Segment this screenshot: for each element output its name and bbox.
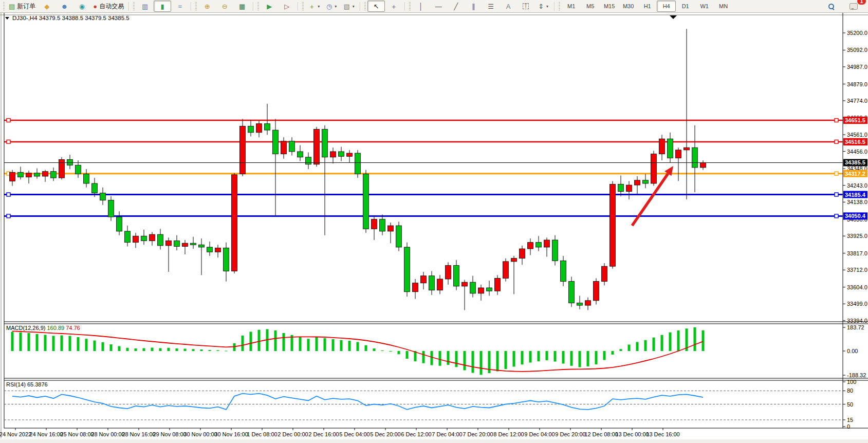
horizontal-line-button[interactable]: — (430, 1, 447, 12)
hline-handle[interactable] (835, 214, 838, 218)
macd-histogram-bar (612, 351, 614, 355)
macd-histogram-bar (357, 342, 359, 352)
profile-button[interactable]: ☻ (56, 1, 73, 12)
zoom-in-button[interactable]: ⊕ (198, 1, 216, 12)
candle-bear (322, 130, 328, 157)
macd-histogram-bar (324, 338, 326, 351)
timeframe-button-m5[interactable]: M5 (581, 1, 600, 12)
candle-bull (676, 150, 681, 158)
macd-histogram-bar (579, 351, 581, 367)
hline-handle[interactable] (7, 214, 10, 218)
time-axis-label: 30 Nov 16:00 (214, 431, 248, 437)
hline-handle[interactable] (835, 119, 838, 122)
vertical-line-button[interactable]: │ (412, 1, 430, 12)
candle-bull (240, 126, 246, 174)
macd-histogram-bar (406, 351, 409, 359)
fibonacci-button[interactable]: ☰ (482, 1, 500, 12)
price-axis-label: 34879.0 (847, 81, 867, 87)
macd-histogram-bar (242, 336, 244, 351)
timeframe-button-mn[interactable]: MN (714, 1, 733, 12)
time-axis-label: 30 Nov 00:00 (183, 431, 217, 437)
macd-histogram-bar (595, 351, 598, 364)
candle-bull (330, 152, 336, 157)
price-tag-text: 34317.2 (845, 171, 865, 177)
macd-histogram-bar (332, 339, 335, 351)
hline-handle[interactable] (835, 140, 838, 143)
main-toolbar: ▤新订单◆☻◉●自动交易▥▮≈⊕⊖▦▶▷＋▾◷▾▧▾↖＋│—╱∥☰AT⇕▾M1M… (0, 0, 868, 13)
hline-handle[interactable] (835, 193, 838, 196)
price-axis-label: 35092.0 (847, 47, 867, 53)
text-button[interactable]: A (500, 1, 517, 12)
candle-bear (174, 241, 180, 247)
macd-histogram-bar (184, 349, 187, 352)
timeframe-button-m1[interactable]: M1 (562, 1, 581, 12)
macd-histogram-bar (439, 351, 441, 366)
chart-gem-button[interactable]: ◆ (38, 1, 56, 12)
notifications-button[interactable]: 1 (845, 1, 862, 12)
macd-histogram-bar (176, 348, 178, 351)
line-chart-button[interactable]: ≈ (171, 1, 189, 12)
arrows-button[interactable]: ⇕▾ (534, 1, 552, 12)
timeframe-button-d1[interactable]: D1 (676, 1, 695, 12)
autotrade-button[interactable]: ●自动交易 (90, 1, 126, 12)
auto-scroll-button[interactable]: ▷ (278, 1, 296, 12)
candle-bull (388, 226, 394, 231)
hline-handle[interactable] (7, 193, 10, 196)
candle-bull (462, 282, 468, 286)
cursor-button[interactable]: ↖ (367, 1, 385, 12)
zoom-out-button[interactable]: ⊖ (216, 1, 233, 12)
crosshair-button[interactable]: ＋ (385, 1, 402, 12)
price-axis-label: 34456.0 (847, 149, 867, 155)
macd-histogram-bar (620, 349, 622, 351)
price-axis-label: 34987.0 (847, 64, 867, 70)
candle-bear (487, 288, 492, 291)
bar-chart-button[interactable]: ▥ (136, 1, 154, 12)
search-button[interactable] (822, 1, 840, 12)
hline-handle[interactable] (7, 119, 10, 122)
macd-histogram-bar (77, 337, 80, 351)
toolbar-separator (404, 2, 405, 11)
signal-icon: ◉ (79, 3, 85, 10)
timeframe-button-h4[interactable]: H4 (657, 1, 676, 12)
rsi-label: RSI(14) 65.3876 (6, 381, 48, 387)
hline-handle[interactable] (835, 172, 838, 175)
macd-histogram-bar (102, 342, 104, 351)
candle-bear (569, 282, 575, 303)
candle-bear (536, 243, 542, 247)
period-button[interactable]: ◷▾ (323, 1, 340, 12)
candle-bear (306, 157, 311, 164)
timeframe-button-m30[interactable]: M30 (619, 1, 638, 12)
candlestick-chart-button[interactable]: ▮ (154, 1, 171, 12)
macd-histogram-bar (209, 350, 211, 351)
trendline-button[interactable]: ╱ (447, 1, 465, 12)
text-label-button[interactable]: T (517, 1, 534, 12)
template-button[interactable]: ▧▾ (340, 1, 358, 12)
macd-histogram-bar (365, 345, 367, 351)
timeframe-button-m15[interactable]: M15 (600, 1, 619, 12)
time-axis-label: 8 Dec 12:00 (493, 431, 524, 437)
time-axis-label: 7 Dec 04:00 (432, 431, 462, 437)
candle-bear (355, 153, 361, 174)
candle-bear (454, 266, 459, 286)
time-axis-label: 5 Dec 20:00 (370, 431, 400, 437)
new-order-button[interactable]: ▤新订单 (6, 1, 38, 12)
channel-button[interactable]: ∥ (465, 1, 482, 12)
add-indicator-button[interactable]: ＋▾ (305, 1, 323, 12)
macd-histogram-bar (653, 338, 655, 351)
candle-bull (659, 139, 665, 154)
signals-button[interactable]: ◉ (73, 1, 90, 12)
candle-bull (314, 130, 320, 164)
cursor-icon: ↖ (374, 3, 379, 10)
timeframe-button-h1[interactable]: H1 (638, 1, 657, 12)
chart-shift-button[interactable]: ▶ (261, 1, 278, 12)
candle-bull (520, 249, 525, 259)
hline-handle[interactable] (7, 140, 10, 143)
toolbar-grip (559, 2, 560, 11)
toolbar-separator (128, 2, 130, 11)
candle-bull (232, 175, 237, 271)
candle-bear (339, 152, 344, 156)
rsi-axis-label: 0 (847, 423, 850, 430)
tile-windows-button[interactable]: ▦ (233, 1, 251, 12)
timeframe-button-w1[interactable]: W1 (695, 1, 714, 12)
toolbar-grip (409, 2, 411, 11)
